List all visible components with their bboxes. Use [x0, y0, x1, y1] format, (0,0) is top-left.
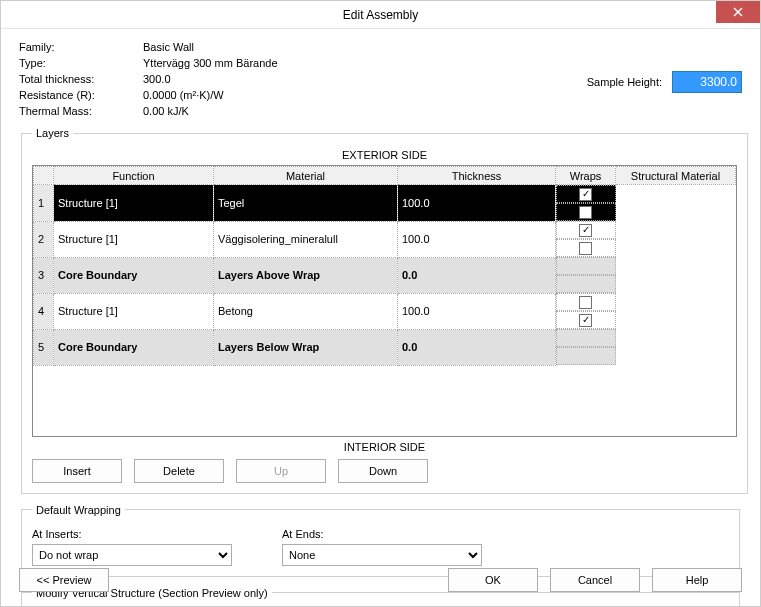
property-grid: Family: Basic Wall Type: Yttervägg 300 m… — [19, 41, 278, 117]
help-button[interactable]: Help — [652, 568, 742, 592]
checkbox[interactable]: ✓ — [579, 224, 592, 237]
delete-button[interactable]: Delete — [134, 459, 224, 483]
insert-button[interactable]: Insert — [32, 459, 122, 483]
at-inserts-select[interactable]: Do not wrap — [32, 544, 232, 566]
wraps-cell[interactable] — [556, 257, 616, 275]
function-cell[interactable]: Core Boundary — [54, 329, 214, 365]
cancel-button[interactable]: Cancel — [550, 568, 640, 592]
thickness-cell[interactable]: 0.0 — [398, 329, 556, 365]
wraps-cell[interactable]: ✓ — [556, 185, 616, 203]
grid-header-blank — [34, 167, 54, 185]
material-cell[interactable]: Väggisolering_mineralull — [214, 221, 398, 257]
row-number-cell[interactable]: 5 — [34, 329, 54, 365]
thickness-value: 300.0 — [143, 73, 278, 85]
thickness-label: Total thickness: — [19, 73, 129, 85]
structural-material-cell[interactable] — [556, 275, 616, 293]
checkbox[interactable]: ✓ — [579, 188, 592, 201]
family-label: Family: — [19, 41, 129, 53]
thickness-cell[interactable]: 0.0 — [398, 257, 556, 293]
default-wrapping-fieldset: Default Wrapping At Inserts: Do not wrap… — [21, 504, 740, 577]
row-number-cell[interactable]: 1 — [34, 185, 54, 222]
type-label: Type: — [19, 57, 129, 69]
function-cell[interactable]: Structure [1] — [54, 185, 214, 222]
structural-material-cell[interactable] — [556, 239, 616, 257]
close-icon — [733, 7, 743, 17]
resistance-value: 0.0000 (m²·K)/W — [143, 89, 278, 101]
down-button[interactable]: Down — [338, 459, 428, 483]
interior-side-label: INTERIOR SIDE — [32, 441, 737, 453]
function-cell[interactable]: Structure [1] — [54, 293, 214, 329]
col-structural-material[interactable]: Structural Material — [616, 167, 736, 185]
wraps-cell[interactable]: ✓ — [556, 221, 616, 239]
col-thickness[interactable]: Thickness — [398, 167, 556, 185]
sample-height-group: Sample Height: — [587, 71, 742, 93]
close-button[interactable] — [716, 1, 760, 23]
grid-empty-area[interactable] — [33, 366, 736, 436]
family-value: Basic Wall — [143, 41, 278, 53]
material-cell[interactable]: Layers Above Wrap — [214, 257, 398, 293]
layers-fieldset: Layers EXTERIOR SIDE Function Material T… — [21, 127, 748, 494]
structural-material-cell[interactable] — [556, 203, 616, 221]
thickness-cell[interactable]: 100.0 — [398, 293, 556, 329]
exterior-side-label: EXTERIOR SIDE — [32, 149, 737, 161]
table-row[interactable]: 3Core BoundaryLayers Above Wrap0.0 — [34, 257, 736, 293]
type-value: Yttervägg 300 mm Bärande — [143, 57, 278, 69]
material-cell[interactable]: Betong — [214, 293, 398, 329]
ok-button[interactable]: OK — [448, 568, 538, 592]
preview-button[interactable]: << Preview — [19, 568, 109, 592]
table-row[interactable]: 4Structure [1]Betong100.0✓ — [34, 293, 736, 329]
material-cell[interactable]: Tegel — [214, 185, 398, 222]
col-material[interactable]: Material — [214, 167, 398, 185]
checkbox[interactable]: ✓ — [579, 314, 592, 327]
structural-material-cell[interactable]: ✓ — [556, 311, 616, 329]
function-cell[interactable]: Structure [1] — [54, 221, 214, 257]
sample-height-label: Sample Height: — [587, 76, 662, 88]
checkbox[interactable] — [579, 242, 592, 255]
thermal-mass-label: Thermal Mass: — [19, 105, 129, 117]
row-number-cell[interactable]: 4 — [34, 293, 54, 329]
structural-material-cell[interactable] — [556, 347, 616, 365]
col-wraps[interactable]: Wraps — [556, 167, 616, 185]
default-wrapping-legend: Default Wrapping — [32, 504, 125, 516]
at-ends-label: At Ends: — [282, 528, 482, 540]
at-ends-select[interactable]: None — [282, 544, 482, 566]
row-number-cell[interactable]: 3 — [34, 257, 54, 293]
layers-grid[interactable]: Function Material Thickness Wraps Struct… — [32, 165, 737, 437]
wraps-cell[interactable] — [556, 329, 616, 347]
layers-legend: Layers — [32, 127, 73, 139]
thermal-mass-value: 0.00 kJ/K — [143, 105, 278, 117]
resistance-label: Resistance (R): — [19, 89, 129, 101]
grid-header-row: Function Material Thickness Wraps Struct… — [34, 167, 736, 185]
wraps-cell[interactable] — [556, 293, 616, 311]
row-number-cell[interactable]: 2 — [34, 221, 54, 257]
table-row[interactable]: 1Structure [1]Tegel100.0✓ — [34, 185, 736, 222]
titlebar: Edit Assembly — [1, 1, 760, 29]
up-button[interactable]: Up — [236, 459, 326, 483]
thickness-cell[interactable]: 100.0 — [398, 185, 556, 222]
thickness-cell[interactable]: 100.0 — [398, 221, 556, 257]
checkbox[interactable] — [579, 206, 592, 219]
at-inserts-label: At Inserts: — [32, 528, 232, 540]
window-title: Edit Assembly — [1, 8, 760, 22]
material-cell[interactable]: Layers Below Wrap — [214, 329, 398, 365]
col-function[interactable]: Function — [54, 167, 214, 185]
checkbox[interactable] — [579, 296, 592, 309]
function-cell[interactable]: Core Boundary — [54, 257, 214, 293]
sample-height-input[interactable] — [672, 71, 742, 93]
table-row[interactable]: 5Core BoundaryLayers Below Wrap0.0 — [34, 329, 736, 365]
table-row[interactable]: 2Structure [1]Väggisolering_mineralull10… — [34, 221, 736, 257]
